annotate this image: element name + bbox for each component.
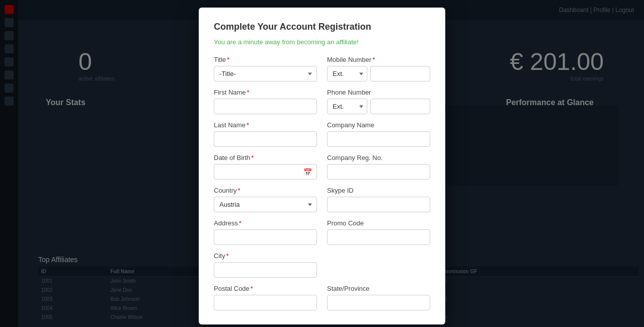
last-name-required: * — [247, 121, 249, 129]
postal-required: * — [251, 285, 253, 292]
address-required: * — [239, 219, 242, 227]
registration-modal: Complete Your Account Registration You a… — [199, 8, 445, 324]
postal-label: Postal Code* — [214, 285, 317, 292]
promo-input[interactable] — [327, 229, 430, 245]
mobile-label: Mobile Number* — [327, 56, 430, 63]
country-group: Country* Austria Germany Switzerland Uni… — [214, 187, 317, 212]
phone-input-group: Ext. — [327, 99, 430, 114]
skype-label: Skype ID — [327, 187, 430, 194]
company-reg-input[interactable] — [327, 164, 430, 180]
postal-group: Postal Code* — [214, 285, 317, 310]
state-input[interactable] — [327, 295, 430, 310]
dob-wrapper: 📅 — [214, 164, 317, 180]
promo-label: Promo Code — [327, 219, 430, 227]
company-name-group: Company Name — [327, 121, 430, 147]
phone-label: Phone Number — [327, 89, 430, 96]
first-name-label: First Name* — [214, 89, 317, 96]
last-name-input[interactable] — [214, 131, 317, 147]
dob-label: Date of Birth* — [214, 154, 317, 161]
promo-group: Promo Code — [327, 219, 430, 245]
address-group: Address* — [214, 219, 317, 245]
skype-input[interactable] — [327, 197, 430, 212]
country-required: * — [238, 187, 240, 194]
mobile-ext-wrapper: Ext. — [327, 66, 367, 81]
postal-input[interactable] — [214, 295, 317, 310]
modal-backdrop: Complete Your Account Registration You a… — [0, 0, 644, 327]
mobile-group: Mobile Number* Ext. — [327, 56, 430, 81]
dob-group: Date of Birth* 📅 — [214, 154, 317, 180]
modal-title: Complete Your Account Registration — [214, 22, 430, 32]
title-label: Title* — [214, 56, 317, 63]
mobile-input-group: Ext. — [327, 66, 430, 81]
country-select[interactable]: Austria Germany Switzerland United Kingd… — [214, 197, 317, 212]
address-input[interactable] — [214, 229, 317, 245]
last-name-group: Last Name* — [214, 121, 317, 147]
city-spacer — [327, 252, 430, 278]
bottom-row: Postal Code* State/Province — [214, 285, 430, 317]
state-group: State/Province — [327, 285, 430, 310]
country-select-wrapper: Austria Germany Switzerland United Kingd… — [214, 197, 317, 212]
city-label: City* — [214, 252, 317, 260]
first-name-group: First Name* — [214, 89, 317, 114]
company-reg-label: Company Reg. No. — [327, 154, 430, 161]
last-name-label: Last Name* — [214, 121, 317, 129]
address-label: Address* — [214, 219, 317, 227]
country-label: Country* — [214, 187, 317, 194]
phone-group: Phone Number Ext. — [327, 89, 430, 114]
modal-subtitle: You are a minute away from becoming an a… — [214, 38, 430, 46]
city-input[interactable] — [214, 262, 317, 278]
title-group: Title* -Title- Mr. Mrs. Ms. Dr. — [214, 56, 317, 81]
phone-ext-select[interactable]: Ext. — [327, 99, 367, 114]
first-name-input[interactable] — [214, 99, 317, 114]
company-name-input[interactable] — [327, 131, 430, 147]
city-group: City* — [214, 252, 317, 278]
mobile-number-input[interactable] — [370, 66, 430, 81]
phone-ext-wrapper: Ext. — [327, 99, 367, 114]
title-select-wrapper: -Title- Mr. Mrs. Ms. Dr. — [214, 66, 317, 81]
first-name-required: * — [247, 89, 250, 96]
company-reg-group: Company Reg. No. — [327, 154, 430, 180]
title-select[interactable]: -Title- Mr. Mrs. Ms. Dr. — [214, 66, 317, 81]
form-grid: Title* -Title- Mr. Mrs. Ms. Dr. Mobile N… — [214, 56, 430, 285]
skype-group: Skype ID — [327, 187, 430, 212]
mobile-required: * — [372, 56, 375, 63]
company-name-label: Company Name — [327, 121, 430, 129]
mobile-ext-select[interactable]: Ext. — [327, 66, 367, 81]
state-label: State/Province — [327, 285, 430, 292]
city-required: * — [226, 252, 228, 260]
title-required: * — [227, 56, 229, 63]
phone-number-input[interactable] — [370, 99, 430, 114]
dob-input[interactable] — [214, 164, 317, 180]
dob-required: * — [251, 154, 254, 161]
